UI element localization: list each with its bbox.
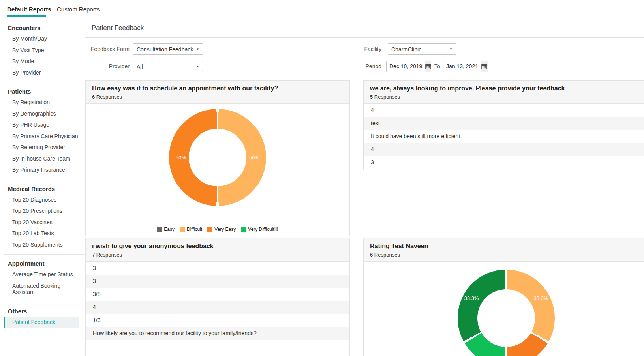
- sidebar-section-title: Encounters: [4, 21, 85, 33]
- period-to-input[interactable]: Jan 13, 2021: [443, 61, 488, 72]
- chart-legend: Easy Difficult Very Easy Very Difficult!…: [86, 227, 349, 232]
- response-row: 3: [86, 275, 349, 288]
- period-from-input[interactable]: Dec 10, 2019: [386, 61, 431, 72]
- card-response-count: 6 Responses: [370, 252, 642, 258]
- sidebar-section-title: Patients: [4, 84, 85, 97]
- sidebar-item-by-provider[interactable]: By Provider: [4, 67, 85, 79]
- sidebar-item-by-primary-insurance[interactable]: By Primary Insurance: [4, 164, 85, 176]
- reports-sidebar: Encounters By Month/Day By Visit Type By…: [4, 19, 85, 356]
- sidebar-item-by-month-day[interactable]: By Month/Day: [4, 33, 85, 45]
- period-label: Period: [322, 61, 381, 72]
- card-header: we are, always looking to improve. Pleas…: [364, 81, 644, 104]
- donut-chart-schedule: 50% 50%: [169, 109, 266, 206]
- card-schedule-appointment: How easy was it to schedule an appointme…: [85, 80, 350, 236]
- facility-select[interactable]: CharmClinic ▼: [388, 43, 456, 55]
- legend-item-difficult: Difficult: [180, 227, 202, 232]
- page-title: Patient Feedback: [92, 24, 144, 32]
- response-list: 3 3 3/8 4 1/3 How likely are you to reco…: [86, 262, 349, 340]
- period-from-value: Dec 10, 2019: [387, 61, 425, 72]
- legend-label: Very Difficult!!!: [248, 227, 278, 232]
- sidebar-item-top-20-vaccines[interactable]: Top 20 Vaccines: [4, 217, 85, 228]
- response-row: 3/8: [86, 288, 349, 301]
- card-response-count: 5 Responses: [370, 94, 642, 100]
- segment-label: 33.3%: [534, 295, 548, 301]
- legend-label: Easy: [164, 227, 175, 232]
- main-content: Patient Feedback Feedback Form Consultat…: [85, 19, 644, 356]
- sidebar-item-top-20-diagnoses[interactable]: Top 20 Diagnoses: [4, 194, 85, 206]
- sidebar-item-top-20-prescriptions[interactable]: Top 20 Prescriptions: [4, 205, 85, 217]
- provider-label: Provider: [85, 61, 130, 72]
- card-rating-test-naveen: Rating Test Naveen 6 Responses 33.3% 33.…: [363, 238, 644, 356]
- legend-swatch: [207, 227, 212, 232]
- response-row: test: [364, 117, 644, 130]
- sidebar-item-patient-feedback[interactable]: Patient Feedback: [4, 317, 79, 328]
- chevron-down-icon: ▼: [196, 47, 199, 51]
- sidebar-item-by-in-house-care-team[interactable]: By In-house Care Team: [4, 153, 85, 165]
- sidebar-item-by-demographics[interactable]: By Demographics: [4, 108, 85, 120]
- sidebar-item-top-20-lab-tests[interactable]: Top 20 Lab Tests: [4, 228, 85, 239]
- sidebar-section-encounters: Encounters By Month/Day By Visit Type By…: [4, 19, 85, 82]
- sidebar-section-medical-records: Medical Records Top 20 Diagnoses Top 20 …: [4, 180, 85, 255]
- chevron-down-icon: ▼: [449, 47, 452, 51]
- card-response-count: 7 Responses: [92, 252, 343, 258]
- sidebar-item-by-visit-type[interactable]: By Visit Type: [4, 45, 85, 56]
- legend-label: Difficult: [187, 227, 202, 232]
- provider-select[interactable]: All ▼: [133, 61, 203, 72]
- patient-feedback-report-page: { "tabs": { "default": "Default Reports"…: [0, 0, 644, 356]
- card-title: How easy was it to schedule an appointme…: [92, 85, 343, 92]
- card-header: i wish to give your anonymous feedback 7…: [86, 238, 349, 262]
- period-to-value: Jan 13, 2021: [443, 61, 481, 72]
- sidebar-item-by-phr-usage[interactable]: By PHR Usage: [4, 119, 85, 131]
- legend-swatch: [157, 227, 162, 232]
- facility-value: CharmClinic: [391, 46, 421, 52]
- chevron-down-icon: ▼: [196, 65, 199, 68]
- calendar-icon[interactable]: [481, 61, 488, 72]
- response-row: How likely are you to recommend our faci…: [86, 327, 349, 340]
- response-row: It could have been still more efficient: [364, 130, 644, 143]
- segment-label: 50%: [249, 155, 259, 161]
- card-title: Rating Test Naveen: [370, 243, 642, 250]
- sidebar-item-by-registration[interactable]: By Registration: [4, 97, 85, 108]
- calendar-icon[interactable]: [425, 61, 431, 72]
- card-header: How easy was it to schedule an appointme…: [86, 81, 349, 104]
- feedback-form-select[interactable]: Consultation Feedback ▼: [133, 43, 203, 55]
- top-tab-bar: Default Reports Custom Reports: [0, 0, 644, 19]
- sidebar-section-patients: Patients By Registration By Demographics…: [4, 82, 85, 180]
- active-tab-underline: [7, 15, 46, 17]
- legend-swatch: [180, 227, 185, 232]
- response-row: 4: [364, 143, 644, 156]
- card-anonymous-feedback: i wish to give your anonymous feedback 7…: [85, 238, 350, 356]
- sidebar-item-by-referring-provider[interactable]: By Referring Provider: [4, 142, 85, 153]
- response-row: 3: [364, 156, 644, 169]
- sidebar-item-average-time-per-status[interactable]: Average Time per Status: [4, 269, 85, 280]
- donut-chart-rating: 33.3% 33.3%: [458, 270, 555, 356]
- legend-item-very-difficult: Very Difficult!!!: [241, 227, 278, 232]
- segment-label: 33.3%: [464, 295, 479, 301]
- sidebar-item-by-mode[interactable]: By Mode: [4, 56, 85, 67]
- legend-label: Very Easy: [214, 227, 236, 232]
- period-to-label: To: [434, 61, 440, 72]
- tab-custom-reports[interactable]: Custom Reports: [57, 0, 100, 19]
- response-row: 4: [364, 104, 644, 117]
- facility-label: Facility: [322, 43, 381, 55]
- legend-item-easy: Easy: [157, 227, 175, 232]
- legend-swatch: [241, 227, 246, 232]
- sidebar-section-others: Others Patient Feedback: [4, 302, 85, 332]
- provider-value: All: [137, 64, 143, 70]
- feedback-form-label: Feedback Form: [85, 43, 130, 55]
- sidebar-section-title: Appointment: [4, 257, 85, 269]
- sidebar-item-automated-booking-assistant[interactable]: Automated Booking Assistant: [4, 280, 85, 298]
- response-row: 4: [86, 301, 349, 314]
- title-divider: [85, 37, 644, 38]
- sidebar-section-appointment: Appointment Average Time per Status Auto…: [4, 254, 85, 302]
- sidebar-item-by-primary-care-physician[interactable]: By Primary Care Physician: [4, 131, 85, 142]
- feedback-form-value: Consultation Feedback: [137, 46, 193, 52]
- card-title: we are, always looking to improve. Pleas…: [370, 85, 642, 92]
- response-row: 1/3: [86, 314, 349, 327]
- sidebar-item-top-20-supplements[interactable]: Top 20 Supplements: [4, 239, 85, 251]
- card-title: i wish to give your anonymous feedback: [92, 243, 343, 250]
- response-row: 3: [86, 262, 349, 275]
- response-list: 4 test It could have been still more eff…: [364, 104, 644, 169]
- legend-item-very-easy: Very Easy: [207, 227, 236, 232]
- card-response-count: 6 Responses: [92, 94, 343, 100]
